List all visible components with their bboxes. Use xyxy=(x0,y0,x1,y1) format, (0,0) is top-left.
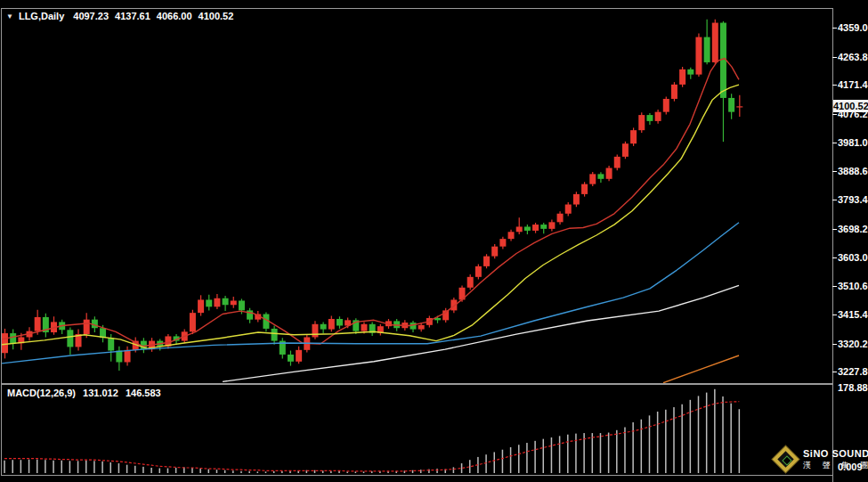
open-value: 4097.23 xyxy=(73,11,109,21)
macd-histogram-bar xyxy=(714,389,716,473)
macd-histogram-bar xyxy=(706,393,708,473)
candle-body xyxy=(67,330,73,347)
macd-histogram-bar xyxy=(559,436,561,473)
price-axis-tick-mark xyxy=(832,286,837,287)
macd-histogram-bar xyxy=(632,422,634,473)
candle-body xyxy=(548,222,555,229)
price-axis-tick-label: 3227.80 xyxy=(838,366,868,377)
current-price-tag: 4100.52 xyxy=(833,100,868,112)
candle-body xyxy=(108,338,114,350)
macd-main-value: 131.012 xyxy=(83,388,118,398)
macd-histogram-bar xyxy=(85,461,87,473)
price-axis-tick-label: 3603.00 xyxy=(838,252,868,263)
price-axis-tick-label: 3320.20 xyxy=(838,339,868,349)
candle-body xyxy=(475,266,482,277)
macd-histogram-bar xyxy=(61,461,62,473)
macd-histogram-bar xyxy=(338,471,340,473)
macd-name: MACD(12,26,9) xyxy=(7,388,76,398)
brand-logo: SiNO SOUND 漢 聲 集 團 xyxy=(773,444,865,476)
macd-histogram-bar xyxy=(232,470,234,473)
macd-histogram-bar xyxy=(469,460,471,473)
candle-body xyxy=(296,350,302,362)
candle-body xyxy=(483,257,490,266)
candle-body xyxy=(540,225,547,229)
candle-body xyxy=(630,130,637,143)
candle-body xyxy=(467,277,474,288)
macd-histogram-bar xyxy=(346,471,348,473)
candle-body xyxy=(508,232,515,239)
macd-histogram-bar xyxy=(355,471,357,473)
candle-body xyxy=(720,23,726,98)
macd-histogram-bar xyxy=(216,470,218,473)
macd-histogram-bar xyxy=(77,461,79,473)
candle-body xyxy=(418,325,425,330)
macd-histogram-bar xyxy=(191,468,193,473)
candle-body xyxy=(712,23,718,62)
macd-histogram-bar xyxy=(93,461,95,473)
price-axis-tick-mark xyxy=(832,143,837,143)
price-axis-tick-mark xyxy=(832,229,837,230)
macd-histogram-bar xyxy=(208,470,210,473)
macd-histogram-bar xyxy=(37,460,38,473)
macd-histogram-bar xyxy=(608,433,610,473)
candle-body xyxy=(687,69,694,75)
candle-body xyxy=(728,98,734,112)
macd-histogram-bar xyxy=(224,470,226,473)
symbol-collapse-arrow-icon[interactable]: ▼ xyxy=(6,12,13,20)
macd-histogram-bar xyxy=(45,460,46,473)
candle-body xyxy=(695,37,702,75)
candle-body xyxy=(499,239,506,247)
macd-signal-line xyxy=(4,402,739,471)
price-axis-tick-mark xyxy=(832,28,837,29)
candle-body xyxy=(573,194,580,205)
high-value: 4137.61 xyxy=(115,11,150,21)
candle-body xyxy=(655,112,661,121)
macd-histogram-bar xyxy=(657,412,659,473)
macd-histogram-bar xyxy=(534,441,536,473)
macd-histogram-bar xyxy=(526,443,528,473)
ma-white-line xyxy=(223,285,739,381)
diamond-logo-icon xyxy=(773,446,799,473)
candle-body xyxy=(272,329,278,341)
close-value: 4100.52 xyxy=(199,11,234,21)
macd-histogram-bar xyxy=(53,461,54,473)
candle-body xyxy=(704,37,710,62)
macd-histogram-bar xyxy=(28,460,29,473)
candle-body xyxy=(516,226,523,232)
macd-histogram-bar xyxy=(281,471,283,473)
macd-histogram-bar xyxy=(673,407,675,473)
macd-histogram-bar xyxy=(118,463,120,473)
macd-histogram-bar xyxy=(502,450,504,473)
macd-histogram-bar xyxy=(518,445,520,473)
macd-histogram-bar xyxy=(649,415,651,473)
macd-histogram-bar xyxy=(575,434,577,473)
macd-indicator-panel[interactable] xyxy=(2,385,832,475)
candle-body xyxy=(288,355,294,362)
macd-histogram-bar xyxy=(20,460,22,473)
candle-body xyxy=(524,226,531,230)
candle-body xyxy=(10,333,16,343)
macd-histogram-bar xyxy=(510,447,512,473)
price-axis-tick-mark xyxy=(832,344,837,345)
price-axis-tick-label: 3510.60 xyxy=(838,281,868,291)
macd-histogram-bar xyxy=(543,439,545,473)
price-axis-tick-label: 3698.20 xyxy=(838,224,868,234)
candle-body xyxy=(361,324,367,331)
macd-histogram-bar xyxy=(175,468,177,473)
candle-body xyxy=(614,157,621,168)
macd-histogram-bar xyxy=(592,433,594,473)
macd-histogram-bar xyxy=(159,469,161,473)
candle-body xyxy=(450,299,457,310)
candle-body xyxy=(190,313,196,331)
main-candlestick-chart[interactable] xyxy=(2,9,832,383)
candle-body xyxy=(557,214,564,223)
frame-right-axis-border xyxy=(832,8,833,482)
candle-body xyxy=(312,324,318,338)
candle-body xyxy=(35,317,41,331)
macd-histogram-bar xyxy=(453,467,455,473)
macd-histogram-bar xyxy=(739,409,741,473)
macd-histogram-bar xyxy=(69,461,71,473)
price-axis-tick-label: 3981.00 xyxy=(838,137,868,148)
candle-body xyxy=(491,247,498,257)
price-axis-tick-label: 3415.40 xyxy=(838,309,868,320)
